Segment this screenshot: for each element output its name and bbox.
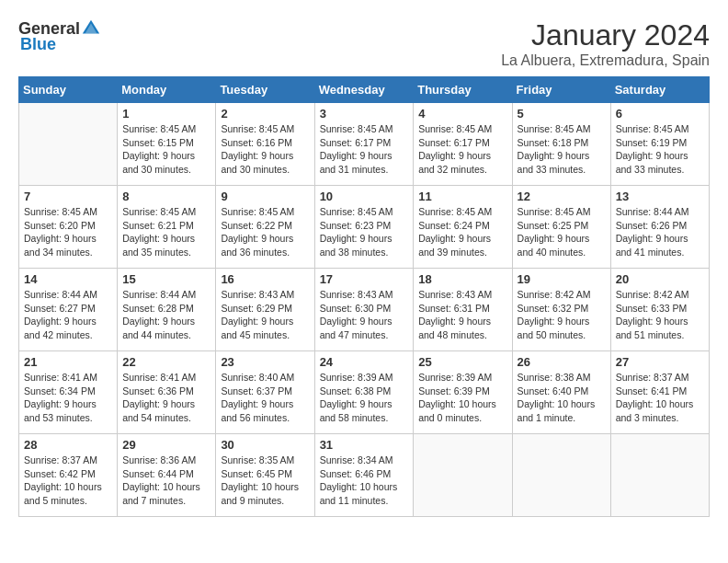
day-info: Sunrise: 8:45 AMSunset: 6:25 PMDaylight:… [518, 205, 606, 259]
week-row-5: 28Sunrise: 8:37 AMSunset: 6:42 PMDayligh… [19, 434, 710, 517]
day-info: Sunrise: 8:45 AMSunset: 6:16 PMDaylight:… [221, 122, 309, 177]
week-row-1: 1Sunrise: 8:45 AMSunset: 6:15 PMDaylight… [19, 103, 710, 186]
calendar-cell: 13Sunrise: 8:44 AMSunset: 6:26 PMDayligh… [610, 186, 709, 269]
calendar-cell [512, 434, 610, 517]
day-number: 7 [24, 190, 112, 203]
weekday-header-thursday: Thursday [414, 77, 512, 103]
day-info: Sunrise: 8:45 AMSunset: 6:21 PMDaylight:… [122, 205, 210, 259]
calendar-cell: 25Sunrise: 8:39 AMSunset: 6:39 PMDayligh… [414, 351, 512, 434]
day-number: 9 [221, 190, 309, 203]
day-number: 6 [616, 107, 704, 121]
day-number: 15 [122, 272, 210, 286]
day-number: 2 [221, 107, 309, 121]
day-info: Sunrise: 8:41 AMSunset: 6:34 PMDaylight:… [24, 371, 112, 425]
weekday-header-tuesday: Tuesday [216, 77, 314, 103]
calendar-cell: 29Sunrise: 8:36 AMSunset: 6:44 PMDayligh… [118, 434, 216, 517]
day-info: Sunrise: 8:45 AMSunset: 6:17 PMDaylight:… [418, 122, 506, 177]
day-info: Sunrise: 8:45 AMSunset: 6:20 PMDaylight:… [24, 205, 112, 259]
day-info: Sunrise: 8:39 AMSunset: 6:38 PMDaylight:… [320, 371, 409, 425]
day-info: Sunrise: 8:43 AMSunset: 6:29 PMDaylight:… [221, 288, 309, 342]
day-info: Sunrise: 8:45 AMSunset: 6:24 PMDaylight:… [418, 205, 506, 259]
week-row-3: 14Sunrise: 8:44 AMSunset: 6:27 PMDayligh… [19, 269, 710, 351]
calendar-cell: 11Sunrise: 8:45 AMSunset: 6:24 PMDayligh… [414, 186, 512, 269]
day-info: Sunrise: 8:41 AMSunset: 6:36 PMDaylight:… [122, 371, 210, 425]
day-info: Sunrise: 8:38 AMSunset: 6:40 PMDaylight:… [518, 371, 606, 425]
day-info: Sunrise: 8:45 AMSunset: 6:17 PMDaylight:… [320, 122, 409, 177]
day-number: 18 [418, 272, 506, 286]
day-info: Sunrise: 8:40 AMSunset: 6:37 PMDaylight:… [221, 371, 309, 425]
calendar-cell [414, 434, 512, 517]
day-info: Sunrise: 8:45 AMSunset: 6:15 PMDaylight:… [122, 122, 210, 177]
day-number: 12 [518, 190, 606, 203]
day-number: 23 [221, 355, 309, 369]
calendar-body: 1Sunrise: 8:45 AMSunset: 6:15 PMDaylight… [19, 103, 710, 517]
day-info: Sunrise: 8:45 AMSunset: 6:23 PMDaylight:… [320, 205, 409, 259]
day-number: 4 [418, 107, 506, 121]
calendar-cell: 14Sunrise: 8:44 AMSunset: 6:27 PMDayligh… [19, 269, 118, 351]
calendar-cell: 10Sunrise: 8:45 AMSunset: 6:23 PMDayligh… [314, 186, 414, 269]
day-number: 26 [518, 355, 606, 369]
day-info: Sunrise: 8:36 AMSunset: 6:44 PMDaylight:… [122, 454, 210, 508]
day-info: Sunrise: 8:45 AMSunset: 6:19 PMDaylight:… [616, 122, 704, 177]
day-number: 17 [320, 272, 409, 286]
weekday-header-wednesday: Wednesday [314, 77, 414, 103]
day-info: Sunrise: 8:43 AMSunset: 6:31 PMDaylight:… [418, 288, 506, 342]
day-info: Sunrise: 8:44 AMSunset: 6:27 PMDaylight:… [24, 288, 112, 342]
calendar-cell: 20Sunrise: 8:42 AMSunset: 6:33 PMDayligh… [610, 269, 709, 351]
calendar-header: SundayMondayTuesdayWednesdayThursdayFrid… [19, 77, 710, 103]
weekday-header-sunday: Sunday [19, 77, 118, 103]
day-number: 8 [122, 190, 210, 203]
calendar-cell: 5Sunrise: 8:45 AMSunset: 6:18 PMDaylight… [512, 103, 610, 186]
day-number: 10 [320, 190, 409, 203]
day-number: 19 [518, 272, 606, 286]
day-number: 3 [320, 107, 409, 121]
day-number: 24 [320, 355, 409, 369]
calendar-cell: 24Sunrise: 8:39 AMSunset: 6:38 PMDayligh… [314, 351, 414, 434]
weekday-header-saturday: Saturday [610, 77, 709, 103]
calendar-cell [19, 103, 118, 186]
day-number: 5 [518, 107, 606, 121]
day-info: Sunrise: 8:42 AMSunset: 6:33 PMDaylight:… [616, 288, 704, 342]
day-number: 22 [122, 355, 210, 369]
calendar-cell: 18Sunrise: 8:43 AMSunset: 6:31 PMDayligh… [414, 269, 512, 351]
title-block: January 2024 La Albuera, Extremadura, Sp… [501, 18, 710, 69]
day-number: 11 [418, 190, 506, 203]
calendar-cell [610, 434, 709, 517]
day-info: Sunrise: 8:44 AMSunset: 6:26 PMDaylight:… [616, 205, 704, 259]
day-number: 1 [122, 107, 210, 121]
calendar-cell: 31Sunrise: 8:34 AMSunset: 6:46 PMDayligh… [314, 434, 414, 517]
calendar-cell: 27Sunrise: 8:37 AMSunset: 6:41 PMDayligh… [610, 351, 709, 434]
calendar-cell: 12Sunrise: 8:45 AMSunset: 6:25 PMDayligh… [512, 186, 610, 269]
calendar-cell: 4Sunrise: 8:45 AMSunset: 6:17 PMDaylight… [414, 103, 512, 186]
day-info: Sunrise: 8:44 AMSunset: 6:28 PMDaylight:… [122, 288, 210, 342]
calendar-cell: 19Sunrise: 8:42 AMSunset: 6:32 PMDayligh… [512, 269, 610, 351]
calendar-table: SundayMondayTuesdayWednesdayThursdayFrid… [18, 76, 710, 517]
page-header: General Blue January 2024 La Albuera, Ex… [18, 18, 710, 69]
calendar-cell: 16Sunrise: 8:43 AMSunset: 6:29 PMDayligh… [216, 269, 314, 351]
logo: General Blue [18, 18, 102, 54]
day-info: Sunrise: 8:42 AMSunset: 6:32 PMDaylight:… [518, 288, 606, 342]
day-number: 13 [616, 190, 704, 203]
calendar-cell: 23Sunrise: 8:40 AMSunset: 6:37 PMDayligh… [216, 351, 314, 434]
day-number: 29 [122, 438, 210, 452]
day-info: Sunrise: 8:45 AMSunset: 6:18 PMDaylight:… [518, 122, 606, 177]
calendar-cell: 22Sunrise: 8:41 AMSunset: 6:36 PMDayligh… [118, 351, 216, 434]
logo-icon [81, 18, 101, 39]
calendar-cell: 30Sunrise: 8:35 AMSunset: 6:45 PMDayligh… [216, 434, 314, 517]
day-number: 30 [221, 438, 309, 452]
calendar-cell: 28Sunrise: 8:37 AMSunset: 6:42 PMDayligh… [19, 434, 118, 517]
day-number: 25 [418, 355, 506, 369]
day-info: Sunrise: 8:39 AMSunset: 6:39 PMDaylight:… [418, 371, 506, 425]
day-info: Sunrise: 8:37 AMSunset: 6:41 PMDaylight:… [616, 371, 704, 425]
day-number: 31 [320, 438, 409, 452]
day-number: 14 [24, 272, 112, 286]
calendar-cell: 8Sunrise: 8:45 AMSunset: 6:21 PMDaylight… [118, 186, 216, 269]
week-row-4: 21Sunrise: 8:41 AMSunset: 6:34 PMDayligh… [19, 351, 710, 434]
calendar-cell: 6Sunrise: 8:45 AMSunset: 6:19 PMDaylight… [610, 103, 709, 186]
calendar-cell: 17Sunrise: 8:43 AMSunset: 6:30 PMDayligh… [314, 269, 414, 351]
calendar-cell: 7Sunrise: 8:45 AMSunset: 6:20 PMDaylight… [19, 186, 118, 269]
day-number: 21 [24, 355, 112, 369]
weekday-header-friday: Friday [512, 77, 610, 103]
day-info: Sunrise: 8:45 AMSunset: 6:22 PMDaylight:… [221, 205, 309, 259]
weekday-header-row: SundayMondayTuesdayWednesdayThursdayFrid… [19, 77, 710, 103]
